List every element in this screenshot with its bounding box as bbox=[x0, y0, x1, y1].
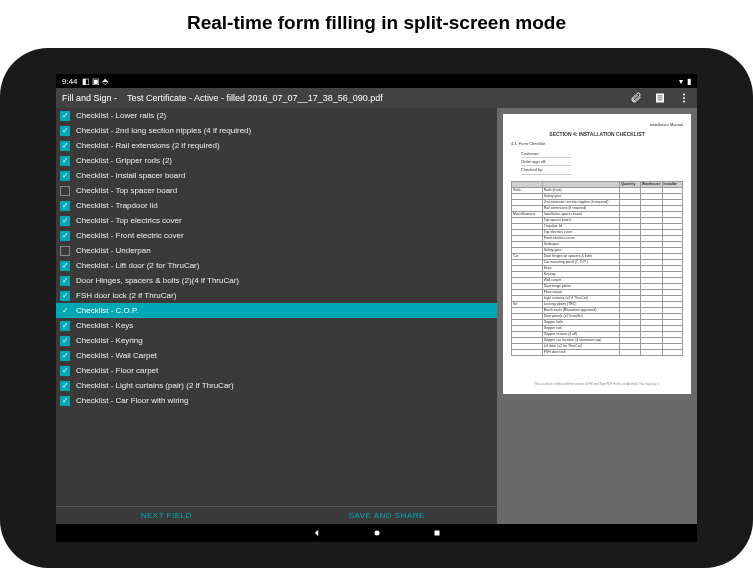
checklist-label: Checklist - Top spacer board bbox=[76, 186, 177, 195]
title-bar: Fill and Sign - Test Certificate - Activ… bbox=[56, 88, 697, 108]
checklist-label: Checklist - Keyring bbox=[76, 336, 143, 345]
checkbox[interactable] bbox=[60, 306, 70, 316]
wifi-icon: ▾ bbox=[679, 77, 683, 86]
checkbox[interactable] bbox=[60, 291, 70, 301]
checklist-label: Door Hinges, spacers & bolts (2)(4 if Th… bbox=[76, 276, 239, 285]
svg-point-4 bbox=[683, 94, 685, 96]
checklist-row[interactable]: Checklist - Install spacer board bbox=[56, 168, 497, 183]
screen: 9:44 ◧ ▣ ⬘ ▾ ▮ Fill and Sign - Test Cert… bbox=[56, 74, 697, 542]
checklist-label: Checklist - Light curtains (pair) (2 if … bbox=[76, 381, 234, 390]
tablet-frame: 9:44 ◧ ▣ ⬘ ▾ ▮ Fill and Sign - Test Cert… bbox=[0, 48, 753, 568]
checklist-row[interactable]: Checklist - Gripper rods (2) bbox=[56, 153, 497, 168]
svg-point-7 bbox=[374, 531, 379, 536]
svg-point-5 bbox=[683, 97, 685, 99]
checklist-row[interactable]: Checklist - Rail extensions (2 if requir… bbox=[56, 138, 497, 153]
checkbox[interactable] bbox=[60, 201, 70, 211]
page-icon[interactable] bbox=[653, 91, 667, 105]
checklist-row[interactable]: Door Hinges, spacers & bolts (2)(4 if Th… bbox=[56, 273, 497, 288]
checklist-row[interactable]: FSH door lock (2 if ThruCar) bbox=[56, 288, 497, 303]
pdf-form-fields: Customer:Order sign off:Checked by: bbox=[521, 150, 683, 175]
next-field-button[interactable]: NEXT FIELD bbox=[56, 507, 277, 524]
svg-rect-2 bbox=[658, 98, 663, 99]
checkbox[interactable] bbox=[60, 396, 70, 406]
android-nav-bar bbox=[56, 524, 697, 542]
checkbox[interactable] bbox=[60, 156, 70, 166]
checkbox[interactable] bbox=[60, 216, 70, 226]
checkbox[interactable] bbox=[60, 111, 70, 121]
checklist-label: Checklist - Trapdoor lid bbox=[76, 201, 158, 210]
pdf-header-right: Installation Manual bbox=[650, 122, 683, 127]
checklist-row[interactable]: Checklist - Lower rails (2) bbox=[56, 108, 497, 123]
checklist-row[interactable]: Checklist - Keyring bbox=[56, 333, 497, 348]
checklist-row[interactable]: Checklist - Underpan bbox=[56, 243, 497, 258]
nav-back-icon[interactable] bbox=[312, 528, 322, 538]
checklist-row[interactable]: Checklist - Front electric cover bbox=[56, 228, 497, 243]
checklist-label: Checklist - Install spacer board bbox=[76, 171, 185, 180]
bottom-actions: NEXT FIELD SAVE AND SHARE bbox=[56, 506, 497, 524]
battery-icon: ▮ bbox=[687, 77, 691, 86]
pdf-preview-panel[interactable]: Installation Manual SECTION 4: INSTALLAT… bbox=[497, 108, 697, 524]
checklist-items[interactable]: Checklist - Lower rails (2)Checklist - 2… bbox=[56, 108, 497, 506]
checklist-label: Checklist - Gripper rods (2) bbox=[76, 156, 172, 165]
checklist-row[interactable]: Checklist - Light curtains (pair) (2 if … bbox=[56, 378, 497, 393]
checklist-label: Checklist - Top electrics cover bbox=[76, 216, 182, 225]
checklist-row[interactable]: Checklist - Car Floor with wiring bbox=[56, 393, 497, 408]
caption: Real-time form filling in split-screen m… bbox=[0, 0, 753, 42]
app-name: Fill and Sign - bbox=[62, 93, 117, 103]
checkbox[interactable] bbox=[60, 186, 70, 196]
checkbox[interactable] bbox=[60, 336, 70, 346]
pdf-table: QuantityWarehouseInstallerRailsRails (fr… bbox=[511, 181, 683, 356]
doc-title: Test Certificate - Active - filled 2016_… bbox=[127, 93, 383, 103]
checklist-label: Checklist - Lower rails (2) bbox=[76, 111, 166, 120]
checklist-label: Checklist - Front electric cover bbox=[76, 231, 184, 240]
nav-home-icon[interactable] bbox=[372, 528, 382, 538]
checklist-row[interactable]: Checklist - Lift door (2 for ThruCar) bbox=[56, 258, 497, 273]
pdf-section-title: SECTION 4: INSTALLATION CHECKLIST bbox=[511, 131, 683, 137]
checklist-label: Checklist - Underpan bbox=[76, 246, 151, 255]
checkbox[interactable] bbox=[60, 276, 70, 286]
checkbox[interactable] bbox=[60, 246, 70, 256]
checklist-row[interactable]: Checklist - Top spacer board bbox=[56, 183, 497, 198]
checklist-label: Checklist - C.O.P. bbox=[76, 306, 139, 315]
checklist-row[interactable]: Checklist - Keys bbox=[56, 318, 497, 333]
save-share-button[interactable]: SAVE AND SHARE bbox=[277, 507, 498, 524]
status-time: 9:44 bbox=[62, 77, 78, 86]
checkbox[interactable] bbox=[60, 171, 70, 181]
checkbox[interactable] bbox=[60, 261, 70, 271]
checklist-label: Checklist - Rail extensions (2 if requir… bbox=[76, 141, 220, 150]
status-bar: 9:44 ◧ ▣ ⬘ ▾ ▮ bbox=[56, 74, 697, 88]
checklist-row[interactable]: Checklist - 2nd long section nipples (4 … bbox=[56, 123, 497, 138]
checklist-label: FSH door lock (2 if ThruCar) bbox=[76, 291, 176, 300]
checklist-label: Checklist - Floor carpet bbox=[76, 366, 158, 375]
checklist-panel: Checklist - Lower rails (2)Checklist - 2… bbox=[56, 108, 497, 524]
checkbox[interactable] bbox=[60, 141, 70, 151]
checklist-label: Checklist - Wall Carpet bbox=[76, 351, 157, 360]
checkbox[interactable] bbox=[60, 231, 70, 241]
nav-recent-icon[interactable] bbox=[432, 528, 442, 538]
svg-rect-1 bbox=[658, 96, 663, 97]
content-area: Checklist - Lower rails (2)Checklist - 2… bbox=[56, 108, 697, 524]
checkbox[interactable] bbox=[60, 321, 70, 331]
checklist-label: Checklist - Lift door (2 for ThruCar) bbox=[76, 261, 199, 270]
svg-point-6 bbox=[683, 101, 685, 103]
checklist-label: Checklist - Car Floor with wiring bbox=[76, 396, 188, 405]
svg-rect-3 bbox=[658, 100, 663, 101]
checklist-row[interactable]: Checklist - Top electrics cover bbox=[56, 213, 497, 228]
checklist-row[interactable]: Checklist - C.O.P. bbox=[56, 303, 497, 318]
checkbox[interactable] bbox=[60, 351, 70, 361]
checklist-row[interactable]: Checklist - Floor carpet bbox=[56, 363, 497, 378]
checkbox[interactable] bbox=[60, 381, 70, 391]
status-notif-icon: ◧ ▣ ⬘ bbox=[82, 77, 108, 86]
more-icon[interactable] bbox=[677, 91, 691, 105]
checkbox[interactable] bbox=[60, 366, 70, 376]
pdf-form-label: 4.1. Form Checklist bbox=[511, 141, 683, 146]
pdf-footer: This could be a filled and free version … bbox=[511, 382, 683, 386]
checklist-label: Checklist - Keys bbox=[76, 321, 133, 330]
checklist-row[interactable]: Checklist - Wall Carpet bbox=[56, 348, 497, 363]
checkbox[interactable] bbox=[60, 126, 70, 136]
pdf-page: Installation Manual SECTION 4: INSTALLAT… bbox=[503, 114, 691, 394]
svg-rect-8 bbox=[434, 531, 439, 536]
checklist-row[interactable]: Checklist - Trapdoor lid bbox=[56, 198, 497, 213]
checklist-label: Checklist - 2nd long section nipples (4 … bbox=[76, 126, 251, 135]
attachment-icon[interactable] bbox=[629, 91, 643, 105]
